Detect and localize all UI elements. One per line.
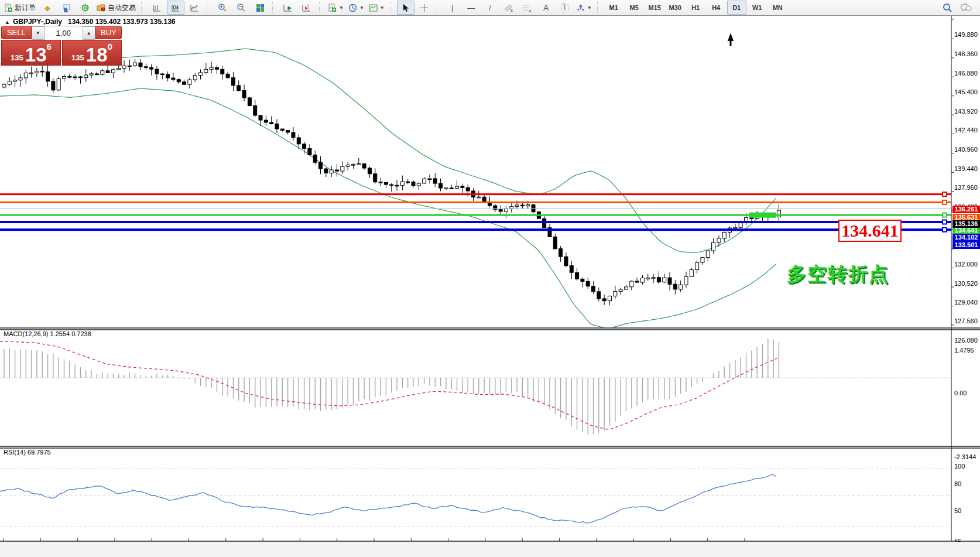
price-tick-label: 140.960 <box>954 146 978 153</box>
bar-chart-icon <box>153 4 162 12</box>
text-button[interactable]: A <box>537 1 555 15</box>
line-chart-button[interactable] <box>186 1 203 15</box>
macd-label: MACD(12,26,9) 1.2554 0.7238 <box>4 330 91 337</box>
auto-trading-button[interactable]: 自动交易 <box>95 1 138 15</box>
metaeditor-button[interactable]: ◆ <box>39 1 56 15</box>
channel-icon: E <box>504 4 513 12</box>
level-price-tag[interactable]: 134.641 <box>838 220 902 242</box>
chart-shift-icon <box>302 4 311 12</box>
sell-price-sup: 6 <box>47 42 52 52</box>
price-tick-label: 145.400 <box>954 88 978 95</box>
metaeditor-icon: ◆ <box>44 4 50 12</box>
fibonacci-icon: F <box>523 4 532 12</box>
sell-price-tile[interactable]: 135 13 6 <box>1 40 61 66</box>
vertical-line-button[interactable]: | <box>444 1 461 15</box>
terminal-button[interactable] <box>57 1 75 15</box>
chat-button[interactable] <box>957 1 975 15</box>
search-button[interactable] <box>938 1 956 15</box>
tile-windows-icon <box>256 4 265 12</box>
rsi-axis-label: 100 <box>954 463 965 470</box>
zoom-out-button[interactable] <box>232 1 250 15</box>
ohlc-values: 134.350 135.402 133.973 135.136 <box>68 18 176 26</box>
buy-button[interactable]: BUY <box>95 26 122 39</box>
tile-windows-button[interactable] <box>251 1 269 15</box>
price-tick-label: 148.360 <box>954 50 978 57</box>
timeframe-button-mn[interactable]: MN <box>768 1 787 15</box>
channel-button[interactable]: E <box>500 1 518 15</box>
date-axis[interactable]: 7 Mar 201917 Mar 201926 Mar 20194 Apr 20… <box>0 542 980 557</box>
timeframe-button-d1[interactable]: D1 <box>727 1 746 15</box>
arrows-button[interactable]: ▼ <box>575 1 594 15</box>
dropdown-caret-icon: ▼ <box>380 5 385 11</box>
sell-button[interactable]: SELL <box>1 26 32 39</box>
volume-decrease-button[interactable]: ▼ <box>32 26 44 40</box>
rsi-axis-label: 50 <box>954 507 961 514</box>
terminal-icon <box>62 4 71 12</box>
auto-scroll-button[interactable] <box>279 1 297 15</box>
crosshair-button[interactable] <box>416 1 433 15</box>
toolbar-separator <box>141 2 145 13</box>
sell-price-prefix: 135 <box>11 53 23 62</box>
periods-button[interactable]: ▼ <box>347 1 366 15</box>
text-label-button[interactable]: T <box>556 1 574 15</box>
dropdown-caret-icon: ▼ <box>339 5 344 11</box>
trendline-button[interactable]: / <box>481 1 499 15</box>
toolbar-separator <box>597 2 601 13</box>
timeframe-button-m15[interactable]: M15 <box>645 1 664 15</box>
auto-trading-icon <box>97 4 106 12</box>
timeframe-button-m1[interactable]: M1 <box>604 1 623 15</box>
rsi-axis-label: 80 <box>954 480 961 487</box>
templates-icon <box>369 4 378 12</box>
chart-shift-button[interactable] <box>298 1 316 15</box>
one-click-trading-panel: SELL ▼ ▲ BUY 135 13 6 135 18 0 <box>1 26 122 66</box>
hline-price-tag: 134.102 <box>952 234 980 241</box>
templates-button[interactable]: ▼ <box>367 1 386 15</box>
timeframe-group: M1M5M15M30H1H4D1W1MN <box>602 0 790 15</box>
price-tick-label: 127.560 <box>954 317 978 324</box>
price-tick-label: 137.960 <box>954 184 978 191</box>
buy-price-tile[interactable]: 135 18 0 <box>62 40 122 66</box>
signals-icon <box>81 4 90 12</box>
timeframe-button-h1[interactable]: H1 <box>686 1 705 15</box>
buy-price-prefix: 135 <box>71 53 84 62</box>
volume-input[interactable] <box>44 26 83 40</box>
new-order-button[interactable]: 新订单 <box>2 1 37 15</box>
price-tick-label: 142.440 <box>954 127 978 134</box>
main-toolbar: 新订单 ◆ 自动交易 <box>0 0 980 16</box>
price-tick-label: 130.520 <box>954 280 978 287</box>
cursor-icon <box>402 4 409 12</box>
chart-title: ▲GBPJPY-,Daily134.350 135.402 133.973 13… <box>5 18 175 26</box>
fibonacci-button[interactable]: F <box>519 1 536 15</box>
crosshair-icon <box>420 4 429 12</box>
chat-icon <box>960 3 972 12</box>
toolbar-separator <box>437 2 440 13</box>
timeframe-button-h4[interactable]: H4 <box>707 1 726 15</box>
timeframe-button-m5[interactable]: M5 <box>625 1 644 15</box>
signals-button[interactable] <box>76 1 94 15</box>
toolbar-separator <box>272 2 276 13</box>
timeframe-button-m30[interactable]: M30 <box>666 1 685 15</box>
collapse-triangle-icon[interactable]: ▲ <box>5 19 10 25</box>
sell-price-big: 13 <box>25 46 47 64</box>
text-icon: A <box>543 4 549 12</box>
line-chart-icon <box>190 4 199 12</box>
zoom-out-icon <box>237 3 246 12</box>
zoom-in-button[interactable] <box>214 1 231 15</box>
horizontal-line-button[interactable]: — <box>462 1 480 15</box>
indicators-button[interactable]: ▼ <box>326 1 345 15</box>
trendline-icon: / <box>489 4 491 12</box>
text-label-icon: T <box>561 4 568 12</box>
turning-point-annotation[interactable]: 多空转折点 <box>787 261 889 288</box>
current-price-tag: 135.136 <box>952 220 980 228</box>
buy-price-sup: 0 <box>108 42 112 52</box>
cursor-button[interactable] <box>397 1 414 15</box>
candlestick-chart-button[interactable] <box>167 1 184 15</box>
volume-increase-button[interactable]: ▲ <box>83 26 95 40</box>
search-icon <box>943 3 952 13</box>
symbol-period-label: GBPJPY-,Daily <box>13 18 62 26</box>
timeframe-button-w1[interactable]: W1 <box>748 1 767 15</box>
bar-chart-button[interactable] <box>148 1 166 15</box>
macd-axis-label: -2.3144 <box>954 453 976 460</box>
vertical-line-icon: | <box>451 4 453 12</box>
chart-window: ▲GBPJPY-,Daily134.350 135.402 133.973 13… <box>0 15 980 557</box>
